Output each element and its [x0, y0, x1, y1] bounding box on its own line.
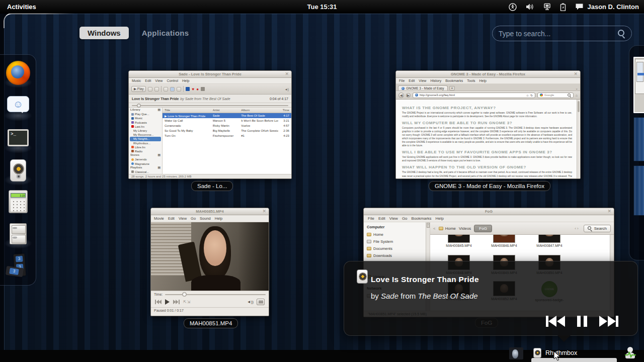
- activities-button[interactable]: Activities: [0, 0, 43, 14]
- track-row[interactable]: Turn On Fischerspooner #1 4:23: [163, 133, 291, 138]
- new-tab-button[interactable]: +: [449, 86, 455, 90]
- menu-edit[interactable]: Edit: [145, 79, 151, 82]
- sidebar-item-magnatune[interactable]: Magnatune: [129, 161, 162, 165]
- workspace-thumbnail-1[interactable]: [633, 57, 644, 113]
- next-button[interactable]: [154, 87, 159, 92]
- dock-item-file-manager[interactable]: [6, 222, 30, 246]
- workspace-thumbnail-2[interactable]: [633, 117, 644, 161]
- menu-help[interactable]: Help: [436, 216, 444, 221]
- search-button[interactable]: Search: [584, 225, 611, 232]
- breadcrumb-current[interactable]: FoG: [474, 225, 492, 232]
- rhythmbox-progress[interactable]: [129, 103, 291, 108]
- track-row[interactable]: Corazonado Ricky Martin Vuelve 4:57: [163, 123, 291, 128]
- playlist-toggle-button[interactable]: [257, 299, 265, 305]
- table-header[interactable]: Title Artist Album Time: [163, 108, 291, 113]
- previous-track-button[interactable]: [546, 315, 565, 327]
- file-item[interactable]: MAH00847.MP4: [528, 235, 571, 247]
- sidebar-item-documents[interactable]: Documents: [367, 245, 430, 252]
- tab-windows[interactable]: Windows: [79, 27, 129, 39]
- seek-knob[interactable]: [182, 292, 187, 297]
- menu-movie[interactable]: Movie: [154, 216, 164, 221]
- menu-view[interactable]: View: [389, 216, 398, 221]
- column-title[interactable]: Title: [163, 109, 213, 112]
- dock-item-calculator[interactable]: 3.19: [6, 190, 30, 214]
- menu-view[interactable]: View: [179, 216, 187, 221]
- close-icon[interactable]: ✕: [607, 209, 611, 214]
- tray-video-thumbnail[interactable]: [509, 347, 523, 359]
- breadcrumb-home[interactable]: Home: [439, 226, 456, 231]
- menu-bookmarks[interactable]: Bookmarks: [412, 216, 432, 221]
- window-firefox[interactable]: GNOME 3 - Made of Easy - Mozilla Firefox…: [395, 70, 581, 179]
- shuffle-button[interactable]: [164, 87, 168, 92]
- accessibility-icon[interactable]: [509, 3, 517, 11]
- collapse-icon[interactable]: ▤: [158, 153, 160, 157]
- firefox-titlebar[interactable]: GNOME 3 - Made of Easy - Mozilla Firefox…: [396, 71, 580, 78]
- volume-icon[interactable]: ◄): [284, 87, 289, 91]
- menu-sound[interactable]: Sound: [200, 216, 211, 221]
- sidebar-item-music[interactable]: Music: [129, 116, 162, 120]
- window-rhythmbox[interactable]: Sade - Love Is Stronger Than Pride ✕ Mus…: [128, 70, 292, 179]
- sidebar-item-podcasts[interactable]: Podcasts: [129, 121, 162, 125]
- list-tabs-icon[interactable]: ⌄: [576, 86, 578, 90]
- sidebar-item-jamendo[interactable]: Jamendo: [129, 157, 162, 161]
- search-engine-box[interactable]: Google: [537, 93, 574, 98]
- menu-bookmarks[interactable]: Bookmarks: [445, 79, 463, 82]
- display-icon[interactable]: [543, 3, 551, 11]
- tab-applications[interactable]: Applications: [142, 29, 189, 37]
- close-icon[interactable]: ✕: [574, 71, 578, 76]
- sidebar-item-classical[interactable]: Classical...: [129, 170, 162, 174]
- dock-item-rhythmbox[interactable]: [6, 158, 30, 183]
- menu-control[interactable]: Control: [167, 79, 178, 82]
- column-album[interactable]: Album: [241, 109, 278, 112]
- rhythmbox-titlebar[interactable]: Sade - Love Is Stronger Than Pride ✕: [129, 71, 291, 78]
- collapse-icon[interactable]: ▤: [158, 108, 160, 112]
- menu-edit[interactable]: Edit: [168, 216, 175, 221]
- history-back-icon[interactable]: ‹›: [575, 226, 579, 231]
- sidebar-item-radio[interactable]: Radio: [129, 149, 162, 153]
- menu-help[interactable]: Help: [479, 79, 487, 82]
- next-track-button[interactable]: [599, 315, 618, 327]
- sidebar-item-file-system[interactable]: File System: [367, 238, 430, 245]
- menu-help[interactable]: Help: [215, 216, 222, 221]
- back-button[interactable]: ◀: [398, 93, 404, 98]
- fullscreen-icon[interactable]: ⇱⇲: [183, 300, 191, 304]
- scrollbar[interactable]: [577, 100, 580, 179]
- sidebar-item-my-neighbourhood[interactable]: My Neighb...: [130, 137, 161, 141]
- sidebar-item-lastfm[interactable]: Last.fm: [129, 125, 162, 129]
- window-totem[interactable]: MAH00851.MP4 ✕ Movie Edit View Go Sound …: [150, 208, 269, 316]
- volume-icon[interactable]: [526, 3, 534, 11]
- close-icon[interactable]: ✕: [262, 209, 266, 214]
- menu-edit[interactable]: Edit: [409, 79, 415, 82]
- clock[interactable]: Tue 15:31: [307, 3, 337, 11]
- column-time[interactable]: Time: [278, 109, 291, 112]
- sidebar-item-my-library[interactable]: My Library: [129, 129, 162, 133]
- sidebar-item-librefm[interactable]: Libre.fm: [129, 145, 162, 149]
- menu-file[interactable]: File: [399, 79, 405, 82]
- bookmark-star-icon[interactable]: ☆: [526, 94, 529, 97]
- fog-titlebar[interactable]: FoG ✕: [364, 208, 614, 215]
- reload-icon[interactable]: ↻: [530, 94, 533, 97]
- heart-icon[interactable]: ♥: [192, 87, 194, 92]
- column-artist[interactable]: Artist: [213, 109, 241, 112]
- menu-history[interactable]: History: [430, 79, 441, 82]
- track-row[interactable]: Wake Up Call Maroon 5 It Won't Be Soon B…: [163, 118, 291, 123]
- seek-slider[interactable]: [165, 294, 266, 295]
- menu-edit[interactable]: Edit: [378, 216, 385, 221]
- menu-go[interactable]: Go: [191, 216, 196, 221]
- sidebar-item-my-recommendations[interactable]: My Recomme...: [129, 133, 162, 137]
- tray-user-status[interactable]: [625, 347, 636, 360]
- dock-item-videos[interactable]: 3 3 3: [6, 254, 30, 278]
- download-icon[interactable]: [201, 87, 205, 91]
- sidebar-item-rhythmbox-group[interactable]: Rhythmbox...: [129, 141, 162, 145]
- menu-go[interactable]: Go: [402, 216, 408, 221]
- browser-tab[interactable]: GNOME 3 - Made of Easy: [398, 85, 448, 90]
- track-row[interactable]: ▶ Love Is Stronger Than Pride Sade The B…: [163, 113, 291, 118]
- next-chapter-button[interactable]: [173, 300, 180, 304]
- media-notification[interactable]: Love Is Stronger Than Pride by Sade from…: [344, 261, 638, 336]
- scroll-up-icon[interactable]: ˆ: [427, 223, 430, 228]
- scrollbar-thumb[interactable]: [578, 101, 580, 112]
- collapse-icon[interactable]: ▤: [158, 166, 160, 170]
- file-item[interactable]: MAH00846.MP4: [482, 235, 526, 247]
- progress-knob[interactable]: [137, 104, 141, 108]
- battery-icon[interactable]: [560, 3, 566, 11]
